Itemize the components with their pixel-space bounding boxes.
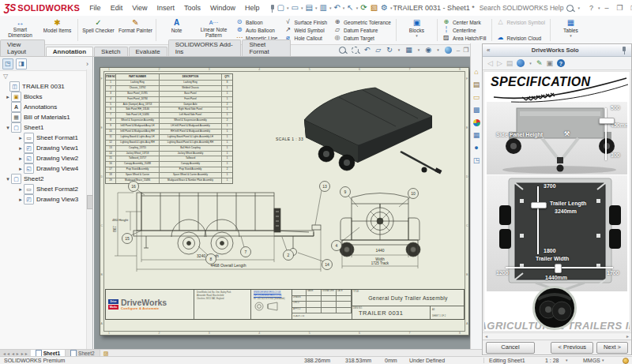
zoom-to-fit-icon[interactable] bbox=[339, 47, 346, 54]
tree-item[interactable]: Blocks bbox=[0, 92, 92, 102]
file-properties-icon[interactable]: ▧ bbox=[369, 4, 379, 12]
panel-expand-chevron-icon[interactable]: › bbox=[86, 60, 90, 68]
appearances-icon[interactable] bbox=[472, 118, 481, 127]
maximize-icon[interactable]: □ bbox=[627, 4, 632, 12]
tree-expand-arrow-icon[interactable] bbox=[17, 135, 24, 141]
editing-state[interactable]: Editing Sheet1 bbox=[483, 358, 525, 363]
balloon[interactable]: 7 bbox=[241, 236, 251, 257]
edit-form-icon[interactable]: ✎ bbox=[536, 59, 543, 67]
scroll-left-icon[interactable]: ◄ bbox=[484, 334, 488, 339]
bill-of-materials-table[interactable]: ITEM NO.PART NUMBERDESCRIPTIONQTY. 1Lash… bbox=[105, 73, 233, 184]
tree-expand-arrow-icon[interactable] bbox=[17, 197, 24, 203]
pin-panel-icon[interactable] bbox=[620, 47, 627, 54]
ribbon-button[interactable]: Auto Balloon bbox=[235, 26, 277, 34]
ribbon-button[interactable]: Geometric Tolerance bbox=[333, 18, 391, 26]
tree-item[interactable]: Sheet Format2 bbox=[0, 184, 92, 194]
tree-expand-arrow-icon[interactable] bbox=[5, 176, 11, 182]
scale-caret-icon[interactable]: ▾ bbox=[566, 358, 568, 362]
menu-item[interactable]: View bbox=[127, 2, 152, 13]
open-file-icon[interactable]: ▭ bbox=[290, 4, 300, 12]
previous-button[interactable]: < Previous bbox=[551, 342, 593, 354]
menu-item[interactable]: Help bbox=[240, 2, 265, 13]
table-row[interactable]: 11Lighting Board & Lights Assy LHLightin… bbox=[106, 135, 232, 141]
tree-expand-arrow-icon[interactable] bbox=[17, 156, 24, 162]
tree-expand-arrow-icon[interactable] bbox=[5, 125, 11, 131]
menu-item[interactable]: Edit bbox=[106, 2, 128, 13]
balloon[interactable]: 14 bbox=[298, 253, 333, 270]
table-row[interactable]: 15Tailboard_15717Tailboard1 bbox=[106, 156, 232, 162]
command-tab[interactable]: SOLIDWORKS Add-Ins bbox=[168, 39, 242, 56]
section-view-icon[interactable]: ▱ bbox=[375, 46, 381, 54]
tree-expand-arrow-icon[interactable] bbox=[17, 145, 24, 152]
property-manager-tab-icon[interactable]: ◨ bbox=[16, 58, 27, 69]
tree-item[interactable]: Sheet2 bbox=[0, 174, 92, 184]
cancel-button[interactable]: Cancel bbox=[486, 342, 535, 354]
copy-spec-icon[interactable]: ▣ bbox=[546, 59, 553, 67]
menu-item[interactable]: Insert bbox=[152, 2, 180, 13]
search-icon[interactable] bbox=[566, 5, 574, 12]
side-panel-height-slider-handle[interactable] bbox=[599, 118, 615, 124]
trailer-width-slider-handle[interactable] bbox=[555, 264, 562, 273]
print-icon[interactable]: ▥ bbox=[318, 4, 328, 12]
driveworks-icon[interactable] bbox=[517, 59, 525, 67]
table-row[interactable]: 6Side Panel RH_13146Right Hand Side Pane… bbox=[106, 107, 232, 113]
tree-item[interactable]: TRAILER 0031 bbox=[0, 81, 92, 92]
menu-item[interactable]: Tools bbox=[179, 2, 205, 13]
balloon[interactable]: 9 bbox=[340, 187, 359, 208]
select-icon[interactable]: ↖ bbox=[345, 4, 355, 12]
command-tab[interactable]: Sketch bbox=[94, 47, 127, 56]
undo-icon[interactable]: ↶ bbox=[332, 4, 341, 12]
side-panel-height-slider[interactable] bbox=[605, 108, 607, 160]
tree-item[interactable]: Annotations bbox=[0, 102, 92, 112]
table-row[interactable]: 1Lashing RingLashing Ring8 bbox=[106, 81, 232, 86]
table-row[interactable]: 13Coupling_13715Ball Hitch Coupling1 bbox=[106, 146, 232, 152]
balloon[interactable]: 13 bbox=[315, 182, 330, 226]
graphics-area[interactable]: 12345678 12345678 FEDCBA FEDCBA ITEM NO.… bbox=[94, 57, 470, 349]
driveworks-help-icon[interactable]: ? bbox=[557, 59, 565, 67]
tree-item[interactable]: Drawing View1 bbox=[0, 143, 92, 153]
help-menu[interactable]: ? bbox=[585, 4, 597, 12]
table-row[interactable]: 7Side Panel LH_51486Left Hand Side Panel… bbox=[106, 113, 232, 118]
ribbon-button[interactable]: Surface Finish bbox=[284, 18, 327, 26]
menu-item[interactable]: File bbox=[85, 2, 106, 13]
table-row[interactable]: 8Wheel & Suspension AssemblyWheel & Susp… bbox=[106, 118, 232, 124]
tree-expand-arrow-icon[interactable] bbox=[17, 166, 24, 172]
zoom-to-area-icon[interactable] bbox=[352, 47, 359, 54]
table-row[interactable]: 5Axle (Damper) Assy_13713Damper Axle2 bbox=[106, 103, 232, 108]
blocks-button[interactable]: Blocks bbox=[398, 17, 435, 43]
ribbon-button[interactable]: Area Hatch/Fill bbox=[442, 34, 487, 42]
appearances-icon[interactable] bbox=[445, 47, 452, 54]
view-orientation-icon[interactable]: ↻ bbox=[386, 46, 393, 54]
tree-filter[interactable]: ▽ bbox=[0, 71, 92, 81]
tree-item[interactable]: Drawing View2 bbox=[0, 153, 92, 163]
save-spec-icon[interactable]: ▤ bbox=[506, 59, 514, 67]
balloon[interactable]: 15 bbox=[122, 231, 142, 244]
forward-icon[interactable]: ▷ bbox=[497, 59, 502, 67]
solidworks-resources-icon[interactable]: ⌂ bbox=[472, 67, 481, 77]
sheet-scale[interactable]: 1 : 28 bbox=[545, 358, 559, 363]
tree-expand-arrow-icon[interactable] bbox=[17, 186, 24, 193]
form-horizontal-scrollbar[interactable]: ◄ ► bbox=[483, 332, 631, 340]
tree-item[interactable]: Sheet Format1 bbox=[0, 133, 92, 143]
tree-item[interactable]: Sheet1 bbox=[0, 122, 92, 133]
table-row[interactable]: 16Canopy Assembly_15488Canopy Assembly1 bbox=[106, 162, 232, 167]
menu-item[interactable]: Window bbox=[205, 2, 240, 13]
doc-restore-icon[interactable]: ❐ bbox=[463, 47, 468, 54]
command-tab[interactable]: View Layout bbox=[0, 39, 45, 56]
search-input[interactable]: Search SOLIDWORKS Help ▾ bbox=[475, 4, 585, 12]
command-tab[interactable]: Sheet Format bbox=[242, 39, 290, 56]
driveworks-tab-icon[interactable]: ● bbox=[472, 143, 481, 152]
forum-icon[interactable]: ◳ bbox=[472, 156, 481, 165]
table-row[interactable]: 17Prop Stand AssemblyProp Stand Assembly… bbox=[106, 167, 232, 173]
table-row[interactable]: 10Infill Panel & Mudguard Assy RHRH Infi… bbox=[106, 129, 232, 135]
save-icon[interactable]: ▤ bbox=[304, 4, 314, 12]
table-row[interactable]: 2Chassis_13792Welded Chassis1 bbox=[106, 86, 232, 92]
front-drawing-view[interactable]: 1440 Width 1725 Track 9 10 4 bbox=[331, 185, 429, 276]
tree-scrollbar[interactable] bbox=[86, 69, 92, 349]
table-row[interactable]: 4Front Panel_24784Front Panel1 bbox=[106, 97, 232, 103]
ribbon-button[interactable]: Revision Symbol bbox=[497, 18, 545, 26]
options-gear-icon[interactable]: ⚙ bbox=[379, 4, 389, 12]
back-icon[interactable]: ◁ bbox=[487, 59, 493, 67]
table-row[interactable]: 12Lighting Board & Lights Assy RHLightin… bbox=[106, 141, 232, 146]
tree-expand-arrow-icon[interactable] bbox=[5, 94, 11, 100]
